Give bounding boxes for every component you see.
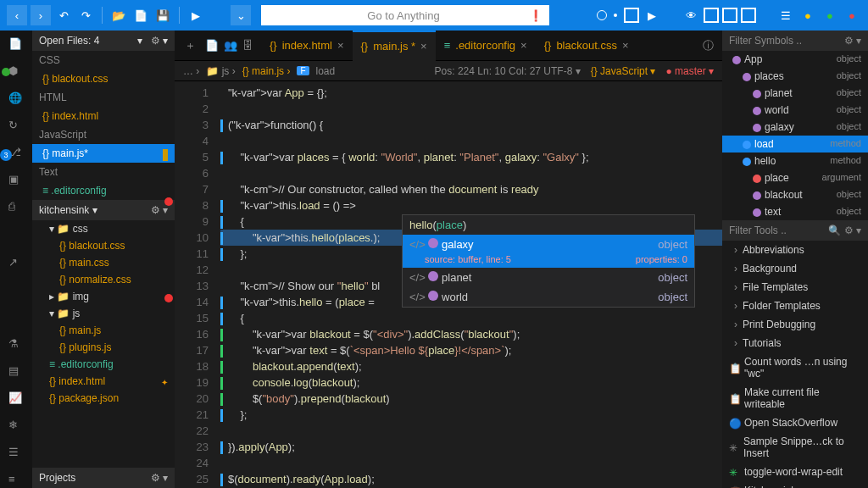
autocomplete-item[interactable]: </> planetobject [403,268,694,287]
refresh-icon[interactable]: ↻ [8,119,24,134]
close-icon[interactable]: ● [843,6,861,25]
layout3-icon[interactable] [741,8,756,23]
gear-icon[interactable]: ⚙ [151,35,160,47]
bc-file[interactable]: {} main.js › [242,65,291,77]
symbol-item[interactable]: loadmethod [722,136,868,152]
debug-icon[interactable]: ▣ [8,173,24,188]
tool-category[interactable]: File Templates [722,278,868,297]
undo-icon[interactable]: ↶ [54,6,73,25]
tree-folder[interactable]: ▾ 📁 js [32,305,175,322]
eye-icon[interactable]: 👁 [682,6,700,25]
close-tab-icon[interactable]: × [337,39,344,52]
redo-icon[interactable]: ↷ [76,6,95,25]
bc-folder[interactable]: 📁 js › [206,65,235,77]
globe-icon[interactable]: 🌐 [8,92,24,107]
chart-icon[interactable]: 📈 [8,391,24,407]
branch-selector[interactable]: ● master ▾ [665,65,714,77]
minimize-icon[interactable]: ● [798,6,817,25]
tree-file[interactable]: {} normalize.css [32,271,175,288]
new-icon[interactable]: 📄 [131,6,150,25]
tool-category[interactable]: Tutorials [722,334,868,352]
tool-command[interactable]: 🧰Kitchensink [722,481,868,488]
tree-file[interactable]: {} package.json [32,390,175,407]
tree-folder[interactable]: ▸ 📁 img [32,288,175,305]
open-file-item[interactable]: {} main.js* [32,144,175,163]
symbol-item[interactable]: placeargument [722,169,868,186]
users-icon[interactable]: 👥 [224,39,242,52]
tree-file[interactable]: {} main.js [32,322,175,339]
open-file-item[interactable]: {} index.html [32,107,175,125]
open-icon[interactable]: 📂 [109,6,128,25]
tree-file[interactable]: {} index.html [32,373,175,390]
open-file-item[interactable]: ≡ .editorconfig [32,181,175,200]
tool-category[interactable]: Background [722,259,868,278]
list-icon[interactable]: ☰ [8,446,24,461]
nav-back-button[interactable]: ‹ [7,5,27,25]
record-icon[interactable] [597,10,607,20]
tree-file[interactable]: {} main.css [32,254,175,271]
close-tab-icon[interactable]: × [420,40,427,53]
close-tab-icon[interactable]: × [520,39,527,52]
language-selector[interactable]: {} JavaScript ▾ [591,65,656,77]
layout1-icon[interactable] [704,8,719,23]
book-icon[interactable]: ≡ [8,473,24,488]
symbol-item[interactable]: blackoutobject [722,186,868,203]
tree-file[interactable]: {} blackout.css [32,237,175,254]
tool-category[interactable]: Print Debugging [722,315,868,334]
layout2-icon[interactable] [722,8,737,23]
stop-icon[interactable] [624,8,639,23]
tools-filter[interactable]: Filter Tools .. 🔍 ⚙ ▾ [722,220,868,241]
new-tab-button[interactable]: ＋ [181,38,198,53]
projects-header[interactable]: Projects ⚙ ▾ [32,468,175,488]
tab-blackout-css[interactable]: {} blackout.css × [536,30,637,61]
gear-icon[interactable]: ⚙ ▾ [151,472,168,484]
tool-command[interactable]: 📋Count words …n using "wc" [722,352,868,383]
symbol-item[interactable]: galaxyobject [722,119,868,136]
play2-icon[interactable]: ▶ [643,6,661,25]
open-file-item[interactable]: {} blackout.css [32,69,175,88]
menu-icon[interactable]: ☰ [776,6,795,25]
tree-file[interactable]: {} plugins.js [32,339,175,356]
save-icon[interactable]: 💾 [153,6,172,25]
vcs-icon[interactable]: ⬢ [8,64,24,80]
close-tab-icon[interactable]: × [622,39,629,52]
maximize-icon[interactable]: ● [821,6,839,25]
console-icon[interactable]: ▤ [8,364,24,380]
open-files-header[interactable]: Open Files: 4 ▾ ⚙ ▾ [32,30,175,51]
branches-icon[interactable]: ⎇ [8,146,24,161]
bc-symbol[interactable]: load [316,65,336,77]
tool-command[interactable]: ✳toggle-word-wrap-edit [722,463,868,481]
symbol-item[interactable]: planetobject [722,85,868,102]
tool-category[interactable]: Folder Templates [722,297,868,315]
tab-main-js-[interactable]: {} main.js * × [353,30,436,61]
symbol-item[interactable]: placesobject [722,68,868,85]
symbol-item[interactable]: hellomethod [722,152,868,169]
project-header[interactable]: kitchensink ▾ ⚙ ▾ [32,200,175,220]
tool-command[interactable]: 🔵Open StackOverflow [722,413,868,432]
file-icon[interactable]: 📄 [8,37,24,53]
tree-file[interactable]: ≡ .editorconfig [32,356,175,373]
symbol-item[interactable]: Appobject [722,51,868,68]
snow-icon[interactable]: ❄ [8,419,24,434]
symbols-filter[interactable]: Filter Symbols .. ⚙ ▾ [722,30,868,51]
play-icon[interactable]: ▶ [186,6,205,25]
bc-root[interactable]: … › [183,65,199,77]
code-editor[interactable]: 123456789101112131415161718✦192021222324… [175,81,722,488]
nav-fwd-button[interactable]: › [31,5,51,25]
dropdown-icon[interactable]: ⌄ [231,5,251,25]
tab--editorconfig[interactable]: ≡ .editorconfig × [436,30,536,61]
info-icon[interactable]: ⓘ [703,38,722,53]
autocomplete-item[interactable]: </> galaxyobject [403,235,694,254]
symbol-item[interactable]: textobject [722,203,868,220]
tree-folder[interactable]: ▾ 📁 css [32,220,175,237]
db-icon[interactable]: 🗄 [242,39,261,52]
tool-command[interactable]: ✳Sample Snippe…ck to Insert [722,432,868,463]
autocomplete-item[interactable]: </> worldobject [403,287,694,307]
dot-icon[interactable] [614,14,617,17]
doc-icon[interactable]: 📄 [205,39,224,52]
tab-index-html[interactable]: {} index.html × [261,30,353,61]
symbol-item[interactable]: worldobject [722,102,868,119]
gear-icon[interactable]: ⚙ ▾ [151,204,168,216]
tool-command[interactable]: 📋Make current file writeable [722,383,868,413]
terminal-icon[interactable]: ⎙ [8,200,24,215]
